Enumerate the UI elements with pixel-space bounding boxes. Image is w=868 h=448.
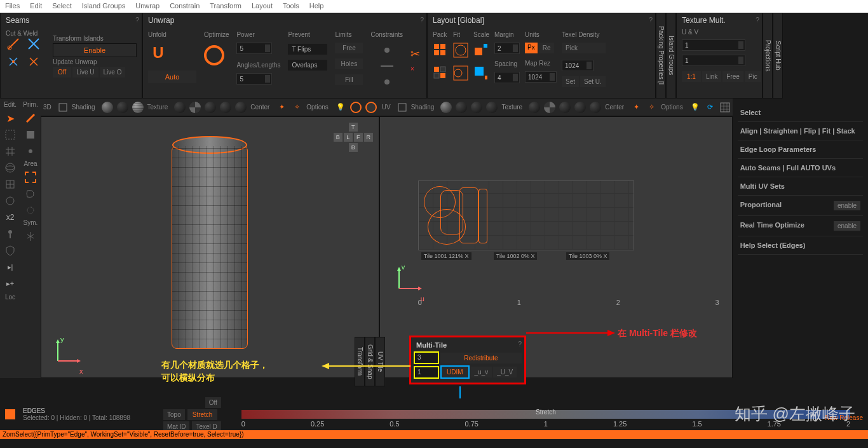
udim-button[interactable]: UDIM <box>440 365 470 379</box>
uv-shading-1-icon[interactable] <box>440 102 452 113</box>
tex-sphere-3-icon[interactable] <box>205 102 216 113</box>
uv-shading-2-icon[interactable] <box>456 102 467 113</box>
uv-center-2-icon[interactable]: ✧ <box>646 102 657 113</box>
topo-button[interactable]: Topo <box>163 409 185 420</box>
menu-island-groups[interactable]: Island Groups <box>82 2 125 11</box>
menu-help[interactable]: Help <box>309 2 324 11</box>
menu-transform[interactable]: Transform <box>210 2 241 11</box>
uv-lower-button[interactable]: _u_v <box>471 367 492 377</box>
stretch-button[interactable]: Stretch <box>187 409 218 420</box>
opt-ring-icon[interactable] <box>350 102 362 113</box>
grid-tool-icon[interactable] <box>1 144 19 159</box>
constraint-dot2-icon[interactable] <box>384 79 390 85</box>
weld-icon[interactable] <box>26 36 41 51</box>
uv-tex-1-icon[interactable] <box>529 102 540 113</box>
help-icon[interactable]: ? <box>756 16 759 24</box>
texmult-spinner-2[interactable]: 1 <box>682 55 745 66</box>
constraint-line-icon[interactable] <box>381 65 393 67</box>
uv-upper-button[interactable]: _U_V <box>493 367 517 377</box>
auto-button[interactable]: Auto <box>148 71 196 83</box>
uv-tex-3-icon[interactable] <box>559 102 571 113</box>
off-button[interactable]: Off <box>53 67 71 78</box>
live-u-button[interactable]: Live U <box>72 67 98 78</box>
uv-shading-3-icon[interactable] <box>471 102 482 113</box>
uv-tile-vtab[interactable]: UV Tile <box>375 337 385 386</box>
help-icon[interactable]: ? <box>518 340 522 350</box>
menu-files[interactable]: Files <box>5 2 20 11</box>
add-tool-icon[interactable]: ▸+ <box>1 276 19 291</box>
select-section[interactable]: Select <box>738 104 863 122</box>
off-toggle[interactable]: Off <box>205 397 221 408</box>
enable-badge[interactable]: enable <box>834 201 860 210</box>
tile-1001-label[interactable]: Tile 1001 121% X <box>421 252 471 260</box>
maprez-spinner[interactable]: 1024 <box>525 71 557 83</box>
sym-icon[interactable] <box>22 229 39 244</box>
setu-button[interactable]: Set U. <box>580 76 606 87</box>
align-section[interactable]: Align | Straighten | Flip | Fit | Stack <box>738 122 863 140</box>
redistribute-button[interactable]: Redistribute <box>440 353 522 363</box>
pack-grid2-icon[interactable] <box>433 65 448 81</box>
frame-icon[interactable] <box>58 102 68 112</box>
viewport-3d[interactable]: T BLFR B y x <box>41 116 379 378</box>
light-icon[interactable]: 💡 <box>335 102 346 113</box>
grid-snap-vtab[interactable]: Grid & Snap <box>365 337 375 386</box>
center-1-icon[interactable]: ✦ <box>276 102 287 113</box>
circle-tool-icon[interactable] <box>1 193 19 208</box>
re-button[interactable]: Re <box>539 43 555 53</box>
sphere-tool-icon[interactable] <box>1 160 19 175</box>
auto-cut-icon[interactable] <box>6 54 21 69</box>
opt-ring2-icon[interactable] <box>365 102 377 113</box>
scale-icon[interactable] <box>473 43 489 58</box>
pic-button[interactable]: Pic <box>745 71 761 82</box>
help-icon[interactable]: ? <box>135 16 139 24</box>
margin-spinner[interactable]: 2 <box>494 43 520 54</box>
scale2-icon[interactable] <box>473 65 489 81</box>
tile-1003-label[interactable]: Tile 1003 0% X <box>566 252 610 260</box>
transform-vtab[interactable]: Transform <box>355 337 365 386</box>
set-button[interactable]: Set <box>562 76 579 87</box>
ratio-button[interactable]: 1:1 <box>682 71 701 82</box>
rect-select-icon[interactable] <box>1 127 19 142</box>
enable-button[interactable]: Enable <box>53 43 137 57</box>
px-button[interactable]: Px <box>525 43 538 53</box>
vertex-prim-icon[interactable] <box>22 144 39 159</box>
auto-seams-section[interactable]: Auto Seams | Full AUTO UVs <box>738 159 863 177</box>
constraint-dot-icon[interactable] <box>384 48 390 53</box>
help-select-section[interactable]: Help Select (Edges) <box>738 236 863 255</box>
pack-grid-icon[interactable] <box>433 43 448 58</box>
unfold-button[interactable]: U <box>148 43 168 63</box>
menu-tools[interactable]: Tools <box>283 2 299 11</box>
projections-tab[interactable]: Projections <box>763 13 773 98</box>
multi-uv-section[interactable]: Multi UV Sets <box>738 177 863 196</box>
free-button[interactable]: Free <box>722 71 743 82</box>
edge-loop-section[interactable]: Edge Loop Parameters <box>738 140 863 159</box>
tile-v-input[interactable]: 1 <box>414 366 439 379</box>
packing-properties-tab[interactable]: Packing Properties [I <box>656 13 666 98</box>
uv-rotate-icon[interactable]: ⟳ <box>705 102 716 113</box>
edge-prim-icon[interactable] <box>22 111 39 126</box>
face-prim-icon[interactable] <box>22 127 39 142</box>
menu-unwrap[interactable]: Unwrap <box>135 2 159 11</box>
tex-sphere-1-icon[interactable] <box>174 102 186 113</box>
mesh-tool-icon[interactable] <box>1 177 19 192</box>
menu-constrain[interactable]: Constrain <box>170 2 200 11</box>
uv-grid-opt-icon[interactable] <box>720 102 730 112</box>
help-icon[interactable]: ? <box>649 16 653 24</box>
uv-shading-4-icon[interactable] <box>486 102 498 113</box>
tex-sphere-4-icon[interactable] <box>220 102 231 113</box>
power-spinner-1[interactable]: 5 <box>236 43 272 54</box>
frame-icon[interactable] <box>397 102 407 112</box>
live-o-button[interactable]: Live O <box>100 67 126 78</box>
tex-sphere-2-icon[interactable] <box>189 102 201 113</box>
center-2-icon[interactable]: ✧ <box>291 102 302 113</box>
shading-sphere-3-icon[interactable] <box>132 102 144 113</box>
shading-sphere-2-icon[interactable] <box>117 102 128 113</box>
uv-tex-5-icon[interactable] <box>590 102 601 113</box>
spacing-spinner[interactable]: 4 <box>494 72 520 83</box>
shield-tool-icon[interactable] <box>1 243 19 258</box>
fit-circle2-icon[interactable] <box>453 65 468 81</box>
pin-tool-icon[interactable] <box>1 226 19 241</box>
menu-edit[interactable]: Edit <box>30 2 42 11</box>
overlaps-drop[interactable]: Overlaps <box>288 60 327 71</box>
enable-badge[interactable]: enable <box>834 221 860 231</box>
